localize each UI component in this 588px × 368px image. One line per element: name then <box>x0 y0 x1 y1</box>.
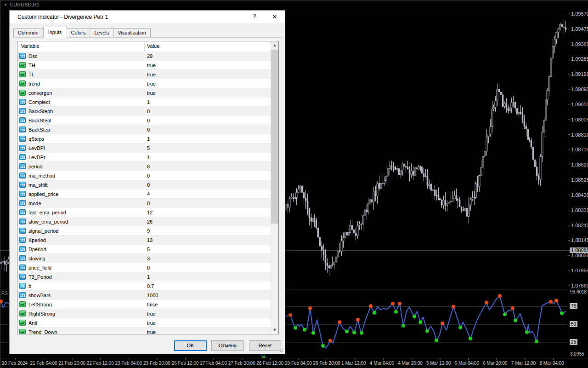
table-row[interactable]: 123period8 <box>17 162 271 171</box>
time-tick-label: 6 Mar 04:00 <box>455 361 479 366</box>
param-value[interactable]: true <box>147 311 156 316</box>
close-icon[interactable]: ✕ <box>267 12 283 22</box>
table-row[interactable]: RightStrongtrue <box>17 309 271 318</box>
num-type-icon: 123 <box>19 53 26 59</box>
table-row[interactable]: Antitrue <box>17 318 271 328</box>
dialog-titlebar[interactable]: Custom Indicator - Divergence Petr 1 ? ✕ <box>10 11 285 23</box>
param-value[interactable]: 5 <box>147 247 150 252</box>
param-value[interactable]: true <box>147 320 156 326</box>
param-value[interactable]: true <box>147 90 156 96</box>
bool-type-icon <box>19 80 26 86</box>
param-value[interactable]: 4 <box>147 191 150 197</box>
time-tick-label: 27 Feb 20:00 <box>228 361 255 366</box>
cancel-button[interactable]: Отмена <box>211 340 244 351</box>
param-value[interactable]: 3 <box>147 256 150 261</box>
scroll-up-icon[interactable]: ▲ <box>271 41 278 49</box>
time-tick-label: 5 Mar 12:00 <box>426 361 451 366</box>
param-value[interactable]: 0 <box>147 109 150 114</box>
param-value[interactable]: 0 <box>147 173 150 178</box>
table-row[interactable]: 123fast_ema_period12 <box>17 208 271 217</box>
tab-inputs[interactable]: Inputs <box>43 27 67 38</box>
param-value[interactable]: true <box>147 329 156 334</box>
param-name: BackStepl <box>28 118 51 123</box>
price-tick-label: 1.08905 <box>571 117 588 122</box>
tab-visualization[interactable]: Visualization <box>113 28 151 38</box>
table-scrollbar[interactable]: ▲ ▼ <box>271 41 278 334</box>
param-value[interactable]: 0 <box>147 265 150 270</box>
table-row[interactable]: Trend_Downtrue <box>17 328 271 334</box>
symbol-label: EURUSD,H1 <box>10 2 40 7</box>
param-value[interactable]: 8 <box>147 164 150 169</box>
resize-grip[interactable] <box>278 347 284 353</box>
table-row[interactable]: TLtrue <box>17 70 271 79</box>
param-value[interactable]: false <box>147 302 158 307</box>
bool-type-icon <box>19 310 26 316</box>
time-tick-label: 20 Feb 2024 <box>2 361 28 366</box>
tab-levels[interactable]: Levels <box>90 28 113 38</box>
num-type-icon: 123 <box>19 292 26 298</box>
price-tick-label: 1.09095 <box>571 86 588 92</box>
param-value[interactable]: 5 <box>147 145 150 151</box>
scrollbar-thumb[interactable] <box>271 50 278 224</box>
param-value[interactable]: 1 <box>147 99 150 105</box>
table-row[interactable]: 123BackSteph0 <box>17 107 271 116</box>
table-row[interactable]: ½b0.7 <box>17 282 271 291</box>
table-row[interactable]: 123mode0 <box>17 199 271 208</box>
table-row[interactable]: 123qSteps1 <box>17 134 271 144</box>
table-row[interactable]: 123slowing3 <box>17 254 271 263</box>
param-value[interactable]: true <box>147 63 156 68</box>
param-name: RightStrong <box>28 311 55 316</box>
param-name: Dperiod <box>28 247 46 252</box>
param-value[interactable]: 9 <box>147 228 150 234</box>
param-value[interactable]: true <box>147 81 156 86</box>
table-row[interactable]: 123signal_period9 <box>17 226 271 236</box>
param-value[interactable]: 0 <box>147 127 150 132</box>
tab-colors[interactable]: Colors <box>67 28 90 38</box>
param-name: Kperiod <box>28 237 46 243</box>
scroll-down-icon[interactable]: ▼ <box>271 326 278 334</box>
time-tick-label: 23 Feb 20:00 <box>143 361 170 366</box>
param-value[interactable]: 0 <box>147 182 150 188</box>
table-row[interactable]: THtrue <box>17 61 271 70</box>
table-row[interactable]: trendtrue <box>17 79 271 88</box>
table-row[interactable]: LeftStrongfalse <box>17 300 271 309</box>
ok-button[interactable]: OK <box>174 340 207 351</box>
param-value[interactable]: 1 <box>147 274 150 280</box>
table-row[interactable]: convergentrue <box>17 88 271 98</box>
param-value[interactable]: 1000 <box>147 293 158 298</box>
param-value[interactable]: 12 <box>147 210 153 215</box>
table-row[interactable]: 123BackStepl0 <box>17 116 271 125</box>
bool-type-icon <box>19 329 26 334</box>
num-type-icon: 123 <box>19 191 26 197</box>
param-value[interactable]: 0 <box>147 118 150 123</box>
param-name: Osc <box>28 53 38 59</box>
param-value[interactable]: 1 <box>147 136 150 142</box>
reset-button[interactable]: Reset <box>249 340 281 351</box>
tab-common[interactable]: Common <box>13 28 43 38</box>
param-value[interactable]: 26 <box>147 219 153 224</box>
table-row[interactable]: 123LevDPr1 <box>17 153 271 162</box>
param-value[interactable]: 0 <box>147 201 150 206</box>
table-row[interactable]: 123Kperiod13 <box>17 236 271 245</box>
table-row[interactable]: 123slow_ema_period26 <box>17 217 271 226</box>
param-value[interactable]: 1 <box>147 155 150 160</box>
table-row[interactable]: 123applied_price4 <box>17 190 271 199</box>
param-value[interactable]: 13 <box>147 237 153 243</box>
param-value[interactable]: 0.7 <box>147 283 154 289</box>
table-row[interactable]: 123ma_method0 <box>17 171 271 180</box>
table-row[interactable]: 123ma_shift0 <box>17 180 271 190</box>
table-row[interactable]: 123LevDPl5 <box>17 144 271 153</box>
num-type-icon: 123 <box>19 218 26 224</box>
table-row[interactable]: 123BackStep0 <box>17 125 271 134</box>
table-row[interactable]: 123Osc29 <box>17 52 271 61</box>
table-row[interactable]: 123T3_Period1 <box>17 272 271 282</box>
indicator-min-label: 3.0955 <box>570 351 584 356</box>
table-row[interactable]: 123Dperiod5 <box>17 245 271 254</box>
table-row[interactable]: 123Complect1 <box>17 98 271 107</box>
table-row[interactable]: 123showBars1000 <box>17 291 271 300</box>
table-row[interactable]: 123price_field0 <box>17 263 271 272</box>
param-value[interactable]: true <box>147 72 156 77</box>
param-value[interactable]: 29 <box>147 53 153 59</box>
num-type-icon: 123 <box>19 154 26 160</box>
help-button[interactable]: ? <box>250 13 259 21</box>
